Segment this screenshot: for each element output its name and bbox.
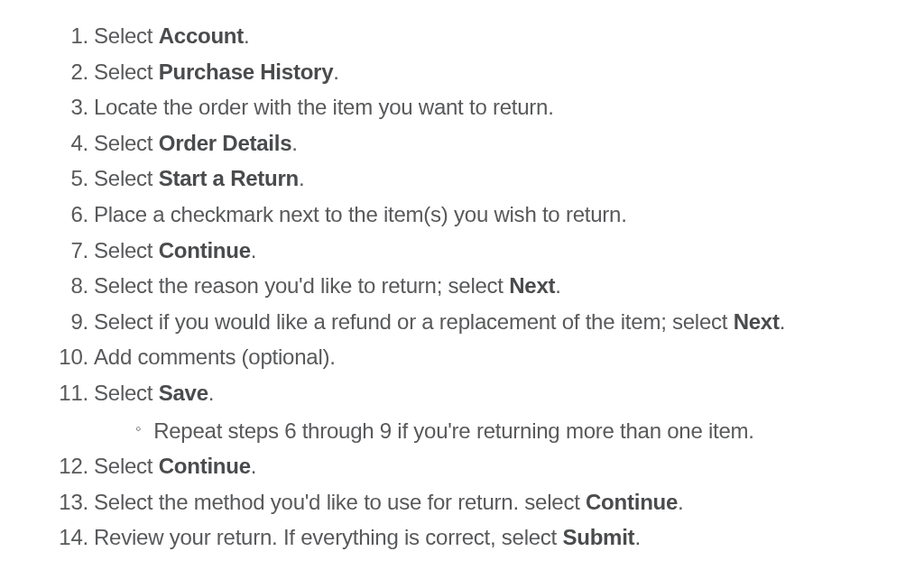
step-item: Select Start a Return. <box>27 161 897 197</box>
step-text: Select Continue. <box>94 233 897 269</box>
step-text: Add comments (optional). <box>94 339 897 375</box>
step-text: Select Account. <box>94 18 897 54</box>
step-text: Select Order Details. <box>94 125 897 161</box>
step-item: Select Account. <box>27 18 897 54</box>
sub-step-list: Repeat steps 6 through 9 if you're retur… <box>94 413 897 449</box>
return-steps-list: Select Account.Select Purchase History.L… <box>27 18 897 556</box>
step-text: Select Start a Return. <box>94 161 897 197</box>
step-text: Locate the order with the item you want … <box>94 89 897 125</box>
step-item: Review your return. If everything is cor… <box>27 519 897 556</box>
step-text: Select Save. <box>94 375 897 411</box>
sub-step-item: Repeat steps 6 through 9 if you're retur… <box>94 413 897 449</box>
step-text: Select Purchase History. <box>94 54 897 90</box>
step-text: Select Continue. <box>94 448 897 484</box>
step-item: Locate the order with the item you want … <box>27 89 897 125</box>
step-item: Select the reason you'd like to return; … <box>27 268 897 304</box>
step-item: Select Save.Repeat steps 6 through 9 if … <box>27 375 897 448</box>
step-item: Select Continue. <box>27 233 897 269</box>
step-text: Place a checkmark next to the item(s) yo… <box>94 197 897 233</box>
step-item: Select Purchase History. <box>27 54 897 90</box>
step-text: Review your return. If everything is cor… <box>94 519 897 556</box>
step-item: Add comments (optional). <box>27 339 897 375</box>
step-item: Select Continue. <box>27 448 897 484</box>
step-text: Select if you would like a refund or a r… <box>94 304 897 340</box>
step-item: Place a checkmark next to the item(s) yo… <box>27 197 897 233</box>
step-item: Select the method you'd like to use for … <box>27 484 897 520</box>
step-item: Select if you would like a refund or a r… <box>27 304 897 340</box>
step-item: Select Order Details. <box>27 125 897 161</box>
sub-step-text: Repeat steps 6 through 9 if you're retur… <box>153 413 754 449</box>
step-text: Select the reason you'd like to return; … <box>94 268 897 304</box>
step-text: Select the method you'd like to use for … <box>94 484 897 520</box>
